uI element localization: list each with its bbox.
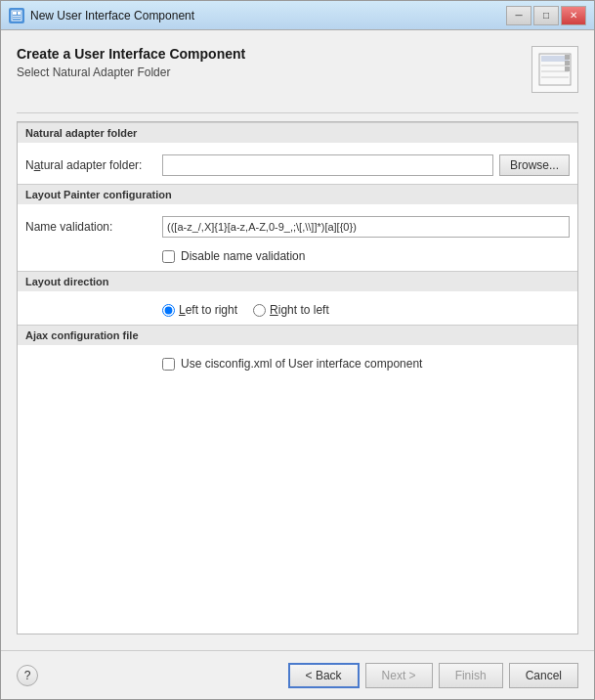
name-validation-input[interactable]: [162, 216, 570, 238]
left-to-right-radio[interactable]: [162, 304, 175, 317]
right-to-left-radio[interactable]: [253, 304, 266, 317]
disable-validation-label[interactable]: Disable name validation: [181, 249, 305, 263]
close-button[interactable]: ✕: [561, 6, 586, 25]
title-bar-icon: [9, 8, 24, 23]
header-icon: [531, 46, 578, 93]
main-window: New User Interface Component ─ □ ✕ Creat…: [0, 0, 595, 700]
right-to-left-option: Right to left: [253, 303, 329, 317]
layout-direction-row: Left to right Right to left: [18, 299, 577, 321]
svg-rect-6: [541, 56, 569, 62]
content-area: Create a User Interface Component Select…: [1, 30, 594, 650]
use-cisconfig-label[interactable]: Use cisconfig.xml of User interface comp…: [181, 357, 422, 371]
footer-left: ?: [17, 665, 38, 686]
natural-adapter-folder-input[interactable]: [162, 154, 493, 176]
maximize-button[interactable]: □: [533, 6, 559, 25]
use-cisconfig-checkbox[interactable]: [162, 358, 175, 371]
header-section: Create a User Interface Component Select…: [17, 46, 578, 93]
header-text: Create a User Interface Component Select…: [17, 46, 245, 79]
header-title: Create a User Interface Component: [17, 46, 245, 62]
disable-validation-checkbox[interactable]: [162, 250, 175, 263]
name-validation-row: Name validation:: [18, 212, 577, 241]
layout-direction-section-label: Layout direction: [18, 271, 577, 291]
ajax-checkbox-row: Use cisconfig.xml of User interface comp…: [18, 353, 577, 374]
right-to-left-label[interactable]: Right to left: [270, 303, 329, 317]
svg-rect-1: [13, 12, 17, 15]
next-button[interactable]: Next >: [365, 663, 433, 688]
natural-adapter-folder-label: Natural adapter folder:: [25, 158, 162, 172]
title-bar: New User Interface Component ─ □ ✕: [1, 1, 594, 30]
ajax-section-label: Ajax configuration file: [18, 325, 577, 345]
svg-rect-10: [565, 55, 570, 60]
title-bar-controls: ─ □ ✕: [506, 6, 586, 25]
svg-rect-3: [13, 16, 21, 17]
cancel-button[interactable]: Cancel: [509, 663, 578, 688]
left-to-right-label[interactable]: Left to right: [179, 303, 237, 317]
natural-adapter-folder-row: Natural adapter folder: Browse...: [18, 151, 577, 180]
svg-rect-12: [565, 66, 570, 71]
minimize-button[interactable]: ─: [506, 6, 531, 25]
header-divider: [17, 112, 578, 113]
svg-rect-4: [13, 18, 21, 19]
header-subtitle: Select Natural Adapter Folder: [17, 66, 245, 79]
help-button[interactable]: ?: [17, 665, 38, 686]
svg-rect-2: [18, 12, 21, 15]
main-panel: Natural adapter folder Natural adapter f…: [17, 121, 578, 634]
component-icon: [537, 52, 573, 87]
natural-adapter-section-label: Natural adapter folder: [18, 122, 577, 143]
footer: ? < Back Next > Finish Cancel: [1, 650, 594, 699]
finish-button[interactable]: Finish: [439, 663, 503, 688]
layout-painter-section-label: Layout Painter configuration: [18, 184, 577, 204]
back-button[interactable]: < Back: [288, 663, 360, 688]
svg-rect-11: [565, 61, 570, 66]
name-validation-label: Name validation:: [25, 220, 162, 234]
footer-right: < Back Next > Finish Cancel: [288, 663, 578, 688]
disable-validation-row: Disable name validation: [18, 245, 577, 267]
window-title: New User Interface Component: [30, 9, 506, 22]
browse-button[interactable]: Browse...: [499, 154, 570, 176]
left-to-right-option: Left to right: [162, 303, 237, 317]
